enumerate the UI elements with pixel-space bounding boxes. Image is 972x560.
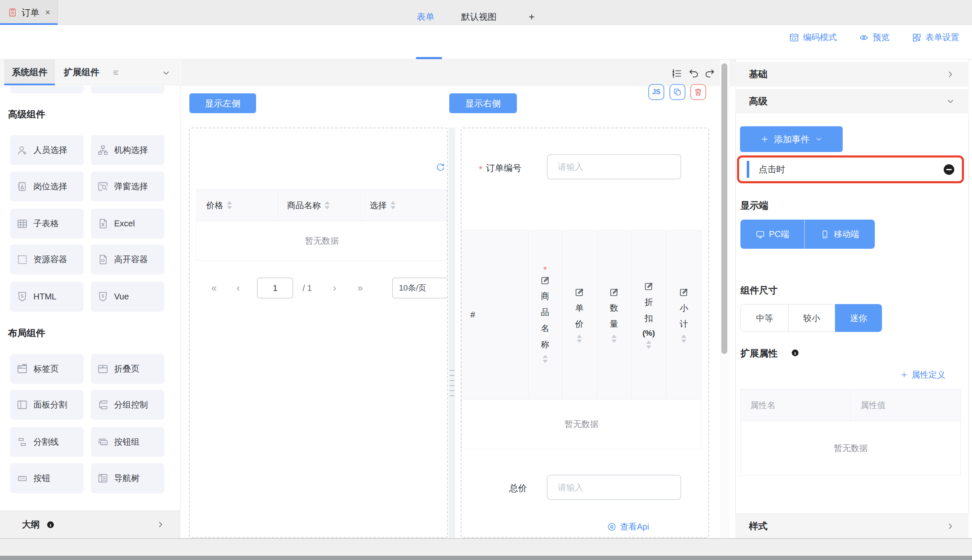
panel-splitter[interactable] bbox=[449, 128, 455, 538]
component-card-sub-table[interactable]: 子表格 bbox=[10, 209, 84, 239]
component-card-divider[interactable]: 分割线 bbox=[10, 427, 84, 457]
edit-column-icon[interactable] bbox=[540, 275, 550, 285]
remove-event-minus-icon[interactable] bbox=[944, 164, 954, 175]
header-actions: 编码模式 预览 表单设置 bbox=[773, 32, 959, 43]
column-header-price[interactable]: 价格 bbox=[197, 190, 278, 221]
view-api-link[interactable]: 查看Api bbox=[607, 521, 649, 533]
outline-chevron-right-icon[interactable] bbox=[156, 520, 165, 529]
copy-component-button[interactable] bbox=[669, 84, 685, 100]
pagination-prev-button[interactable]: ‹ bbox=[237, 277, 240, 299]
component-card-collapse[interactable]: 折叠页 bbox=[91, 354, 164, 384]
field-control-icon[interactable] bbox=[671, 68, 682, 79]
sort-icon[interactable] bbox=[646, 340, 651, 349]
component-list-icon[interactable] bbox=[112, 69, 120, 76]
resource-container-icon bbox=[16, 254, 28, 265]
partial-card[interactable] bbox=[10, 86, 84, 93]
edit-column-icon[interactable] bbox=[609, 287, 619, 297]
sidebar-collapse-chevron-down-icon[interactable] bbox=[161, 68, 171, 78]
sort-icon[interactable] bbox=[681, 334, 686, 343]
size-small-button[interactable]: 较小 bbox=[789, 304, 835, 332]
attr-define-link[interactable]: 属性定义 bbox=[900, 369, 945, 381]
edit-column-icon[interactable] bbox=[679, 287, 689, 297]
component-card-html[interactable]: 5 HTML bbox=[10, 282, 84, 312]
pagination-last-button[interactable]: » bbox=[358, 277, 363, 299]
component-card-excel[interactable]: Excel bbox=[91, 209, 164, 239]
size-mini-button-selected[interactable]: 迷你 bbox=[835, 304, 882, 332]
column-header-discount[interactable]: 折扣 (%) bbox=[631, 231, 667, 399]
total-price-input[interactable] bbox=[547, 475, 681, 500]
sidebar-tab-extended[interactable]: 扩展组件 bbox=[58, 60, 105, 85]
left-form-panel[interactable]: 价格 商品名称 选择 暂无数据 « ‹ 1 / 1 › » 10条/页 bbox=[189, 128, 448, 538]
delete-component-button[interactable] bbox=[690, 84, 706, 100]
attr-define-label: 属性定义 bbox=[912, 369, 945, 381]
partial-card[interactable] bbox=[91, 86, 164, 93]
add-event-label: 添加事件 bbox=[774, 133, 810, 145]
pagination-next-button[interactable]: › bbox=[333, 277, 336, 299]
component-card-group-control[interactable]: 分组控制 bbox=[91, 390, 164, 420]
sort-icon[interactable] bbox=[577, 334, 582, 343]
splitter-drag-handle-icon[interactable] bbox=[450, 370, 454, 397]
tab-form[interactable]: 表单 bbox=[417, 11, 434, 23]
pagination-page-input[interactable]: 1 bbox=[257, 277, 293, 299]
component-card-org-select[interactable]: 机构选择 bbox=[91, 135, 164, 165]
component-card-vue[interactable]: 5 Vue bbox=[91, 282, 164, 312]
code-mode-button[interactable]: 编码模式 bbox=[789, 32, 837, 43]
component-card-nav-tree[interactable]: 导航树 bbox=[91, 463, 164, 493]
form-settings-button[interactable]: 表单设置 bbox=[912, 32, 959, 43]
edit-column-icon[interactable] bbox=[644, 281, 654, 291]
canvas-scrollbar-thumb[interactable] bbox=[721, 63, 727, 354]
column-header-subtotal[interactable]: 小计 bbox=[666, 231, 701, 399]
component-card-button-group[interactable]: BTN 按钮组 bbox=[91, 427, 164, 457]
preview-button[interactable]: 预览 bbox=[859, 32, 890, 43]
tab-add-view[interactable]: + bbox=[529, 11, 535, 23]
right-form-panel[interactable]: * 订单编号 # * 商品名称 单价 数量 bbox=[461, 128, 709, 538]
display-pc-button[interactable]: PC端 bbox=[740, 220, 804, 249]
outline-toggle-bar[interactable]: 大纲 bbox=[0, 511, 180, 538]
column-header-product-name[interactable]: 商品名称 bbox=[278, 190, 360, 221]
component-card-code-container[interactable]: 高开容器 bbox=[91, 245, 164, 275]
sort-icon[interactable] bbox=[227, 201, 232, 209]
component-card-panel-split[interactable]: 面板分割 bbox=[10, 390, 84, 420]
order-doc-icon bbox=[8, 8, 17, 17]
add-event-button[interactable]: 添加事件 bbox=[740, 126, 843, 152]
section-style-row[interactable]: 样式 bbox=[735, 514, 969, 538]
refresh-icon[interactable] bbox=[435, 162, 445, 172]
show-right-button[interactable]: 显示右侧 bbox=[449, 93, 517, 113]
size-medium-button[interactable]: 中等 bbox=[740, 304, 789, 332]
redo-icon[interactable] bbox=[704, 68, 715, 79]
sort-icon[interactable] bbox=[325, 201, 330, 209]
size-section-label: 组件尺寸 bbox=[740, 284, 778, 297]
component-size-group: 中等 较小 迷你 bbox=[740, 304, 882, 332]
section-basic-row[interactable]: 基础 bbox=[735, 62, 969, 87]
column-header-quantity[interactable]: 数量 bbox=[597, 231, 631, 399]
sidebar-tab-system[interactable]: 系统组件 bbox=[4, 60, 55, 85]
event-item-click-highlighted[interactable]: 点击时 bbox=[737, 155, 964, 183]
component-card-resource-container[interactable]: 资源容器 bbox=[10, 245, 84, 275]
sort-icon[interactable] bbox=[390, 201, 396, 209]
display-mobile-button[interactable]: 移动端 bbox=[804, 220, 875, 249]
column-header-unit-price[interactable]: 单价 bbox=[562, 231, 597, 399]
component-card-person-select[interactable]: 人员选择 bbox=[10, 135, 84, 165]
sort-icon[interactable] bbox=[612, 334, 617, 343]
open-document-tab[interactable]: 订单 × bbox=[0, 0, 58, 25]
undo-icon[interactable] bbox=[688, 68, 699, 79]
component-card-label: Vue bbox=[114, 292, 129, 302]
edit-column-icon[interactable] bbox=[574, 287, 584, 297]
sort-icon[interactable] bbox=[543, 355, 548, 363]
mobile-phone-icon bbox=[820, 230, 830, 239]
info-icon bbox=[791, 349, 799, 357]
component-card-button[interactable]: BTN 按钮 bbox=[10, 463, 84, 493]
order-no-input[interactable] bbox=[547, 154, 681, 179]
tab-default-view[interactable]: 默认视图 bbox=[461, 11, 497, 23]
component-card-popup-select[interactable]: 弹窗选择 bbox=[91, 171, 164, 201]
js-action-button[interactable]: JS bbox=[648, 84, 664, 100]
close-tab-icon[interactable]: × bbox=[45, 8, 50, 17]
column-header-select[interactable]: 选择 bbox=[360, 190, 447, 221]
column-header-product-name[interactable]: * 商品名称 bbox=[529, 231, 562, 399]
component-card-tabs[interactable]: Tab 标签页 bbox=[10, 354, 84, 384]
component-card-post-select[interactable]: 岗位选择 bbox=[10, 171, 84, 201]
show-left-button[interactable]: 显示左侧 bbox=[189, 93, 256, 113]
page-size-select[interactable]: 10条/页 bbox=[392, 277, 448, 299]
section-advanced-row[interactable]: 高级 bbox=[735, 89, 969, 114]
pagination-first-button[interactable]: « bbox=[211, 277, 217, 299]
